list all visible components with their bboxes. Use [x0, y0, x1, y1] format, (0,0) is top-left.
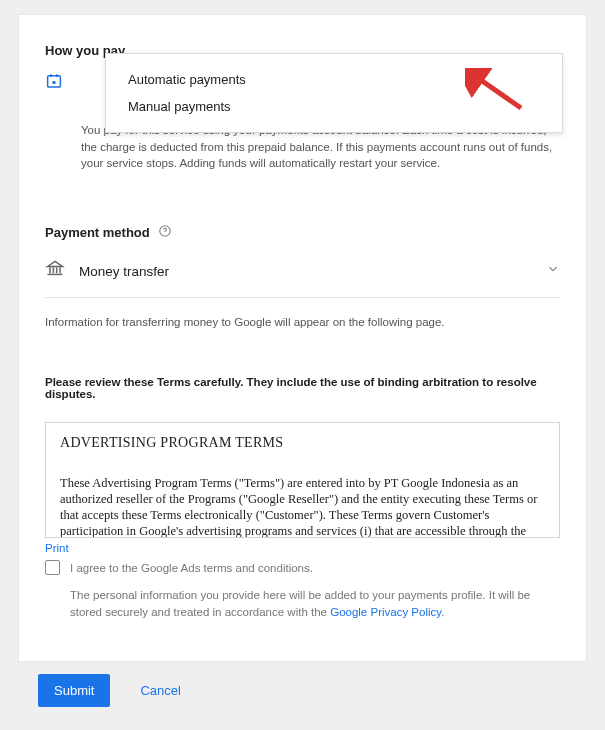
privacy-policy-link[interactable]: Google Privacy Policy: [330, 606, 441, 618]
cancel-button[interactable]: Cancel: [124, 674, 196, 707]
svg-point-7: [164, 233, 165, 234]
help-icon[interactable]: [158, 224, 172, 241]
terms-title: ADVERTISING PROGRAM TERMS: [60, 435, 545, 451]
terms-body: These Advertising Program Terms ("Terms"…: [60, 475, 545, 538]
submit-button[interactable]: Submit: [38, 674, 110, 707]
privacy-note-prefix: The personal information you provide her…: [70, 589, 530, 618]
payment-method-heading: Payment method: [45, 225, 150, 240]
payment-method-hint: Information for transferring money to Go…: [45, 316, 560, 328]
svg-rect-3: [53, 81, 56, 84]
agree-checkbox[interactable]: [45, 560, 60, 575]
terms-notice: Please review these Terms carefully. The…: [45, 376, 560, 400]
terms-box[interactable]: ADVERTISING PROGRAM TERMS These Advertis…: [45, 422, 560, 538]
agree-label: I agree to the Google Ads terms and cond…: [70, 562, 313, 574]
dropdown-option-manual[interactable]: Manual payments: [128, 93, 540, 120]
dropdown-option-automatic[interactable]: Automatic payments: [128, 66, 540, 93]
privacy-note: The personal information you provide her…: [70, 587, 560, 620]
chevron-down-icon: [546, 262, 560, 280]
print-link[interactable]: Print: [45, 542, 69, 554]
payment-method-selected-label: Money transfer: [79, 264, 169, 279]
payment-method-select[interactable]: Money transfer: [45, 255, 560, 298]
payment-type-dropdown: Automatic payments Manual payments: [105, 53, 563, 133]
calendar-icon: [45, 72, 63, 94]
privacy-note-suffix: .: [441, 606, 444, 618]
bank-icon: [45, 259, 65, 283]
